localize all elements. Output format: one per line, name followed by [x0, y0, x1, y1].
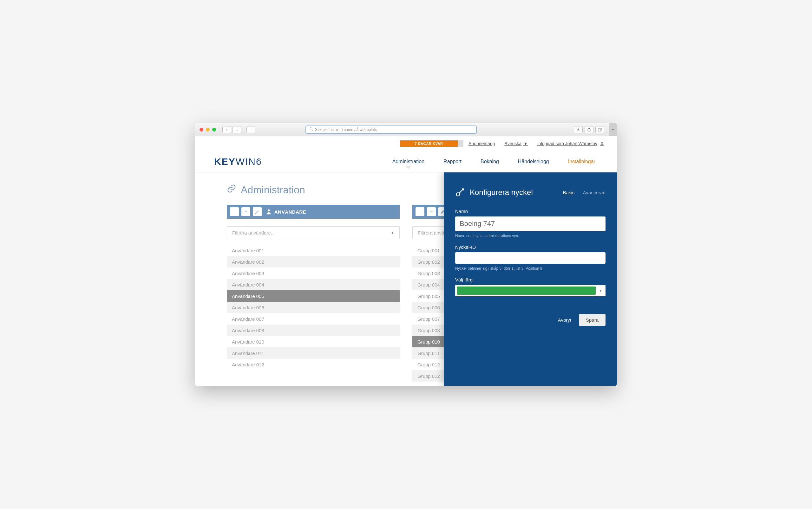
trial-bar: 7 DAGAR KVAR Abonnemang [400, 140, 495, 147]
chevron-down-icon: ▼ [391, 231, 394, 235]
content-area: Administration − ANVÄNDARE [195, 172, 617, 386]
users-heading: ANVÄNDARE [274, 209, 306, 214]
groups-remove-button[interactable]: − [427, 207, 436, 216]
list-item[interactable]: Användare 005 [227, 290, 400, 302]
chevron-down-icon: ▼ [523, 141, 528, 146]
sidebar-toggle-button[interactable] [246, 126, 255, 133]
nav-administration[interactable]: Administration [393, 159, 425, 165]
users-list: Användare 001Användare 002Användare 003A… [227, 245, 400, 370]
svg-point-2 [310, 128, 312, 130]
browser-nav-buttons: ‹ › [222, 126, 241, 133]
tab-basic[interactable]: Basic [563, 190, 575, 195]
current-user-link[interactable]: Inloggad som Johan Wärnelöv [537, 141, 605, 146]
minimize-window-icon[interactable] [206, 128, 210, 132]
user-label: Inloggad som Johan Wärnelöv [537, 141, 597, 146]
fullscreen-window-icon[interactable] [212, 128, 216, 132]
page-title-text: Administration [241, 184, 305, 196]
new-tab-button[interactable]: + [609, 123, 617, 136]
logo-rest: WIN6 [236, 156, 262, 167]
nav-installningar[interactable]: Inställningar [568, 159, 595, 165]
users-remove-button[interactable]: − [241, 207, 250, 216]
address-bar[interactable]: Sök eller skriv in namn på webbplats [306, 126, 477, 134]
save-button[interactable]: Spara [579, 314, 605, 326]
close-window-icon[interactable] [199, 128, 203, 132]
back-button[interactable]: ‹ [222, 126, 231, 133]
logo-bold: KEY [214, 156, 236, 167]
share-button[interactable] [585, 126, 593, 133]
list-item[interactable]: Användare 003 [227, 268, 400, 279]
name-hint: Namn som syns i administrations vyn. [455, 234, 605, 238]
svg-line-3 [312, 130, 313, 131]
subscription-link[interactable]: Abonnemang [468, 141, 495, 146]
panel-tabs: Basic Avancerad [563, 190, 605, 195]
svg-rect-5 [598, 129, 601, 131]
users-edit-button[interactable] [253, 207, 262, 216]
field-id: Nyckel-ID Nyckel befinner sig i skåp 5, … [455, 244, 605, 271]
users-add-button[interactable] [230, 207, 239, 216]
name-input[interactable] [455, 216, 605, 231]
color-label: Välj färg [455, 277, 605, 282]
list-item[interactable]: Användare 011 [227, 347, 400, 359]
chevron-down-icon: ▼ [599, 289, 602, 293]
color-picker[interactable]: ▼ [455, 285, 605, 296]
nav-rapport[interactable]: Rapport [443, 159, 462, 165]
users-filter-placeholder: Filtrera användare... [232, 230, 275, 236]
id-hint: Nyckel befinner sig i skåp 5, dörr 1, li… [455, 266, 605, 271]
account-strip: 7 DAGAR KVAR Abonnemang Svenska ▼ Inlogg… [195, 136, 617, 151]
list-item[interactable]: Användare 004 [227, 279, 400, 290]
list-item[interactable]: Användare 012 [227, 359, 400, 370]
groups-add-button[interactable] [415, 207, 425, 216]
id-label: Nyckel-ID [455, 244, 605, 250]
list-item[interactable]: Användare 002 [227, 256, 400, 268]
browser-titlebar: ‹ › Sök eller skriv in namn på webbplats… [195, 123, 617, 136]
search-icon [309, 127, 313, 132]
language-label: Svenska [504, 141, 522, 146]
tab-advanced[interactable]: Avancerad [583, 190, 605, 195]
list-item[interactable]: Användare 001 [227, 245, 400, 256]
key-icon [455, 188, 465, 197]
language-selector[interactable]: Svenska ▼ [504, 141, 528, 146]
list-item[interactable]: Användare 007 [227, 313, 400, 325]
trial-badge: 7 DAGAR KVAR [400, 140, 463, 147]
color-swatch [457, 286, 596, 295]
field-color: Välj färg ▼ [455, 277, 605, 296]
tabs-button[interactable] [595, 126, 604, 133]
panel-header: Konfigurera nyckel Basic Avancerad [455, 188, 605, 197]
list-item[interactable]: Användare 006 [227, 302, 400, 313]
users-column-header: − ANVÄNDARE [227, 205, 400, 219]
id-input[interactable] [455, 252, 605, 264]
nav-handelselogg[interactable]: Händelselogg [518, 159, 549, 165]
panel-actions: Avbryt Spara [455, 314, 605, 326]
brand-row: KEYWIN6 Administration Rapport Bokning H… [195, 151, 617, 172]
avatar-icon [599, 141, 605, 146]
panel-title: Konfigurera nyckel [470, 188, 558, 197]
logo: KEYWIN6 [214, 156, 262, 167]
nav-bokning[interactable]: Bokning [480, 159, 499, 165]
list-item[interactable]: Användare 010 [227, 336, 400, 347]
svg-rect-0 [249, 128, 253, 131]
address-placeholder: Sök eller skriv in namn på webbplats [315, 127, 377, 132]
window-controls [199, 128, 216, 132]
field-name: Namn Namn som syns i administrations vyn… [455, 208, 605, 238]
svg-point-7 [268, 209, 270, 212]
forward-button[interactable]: › [232, 126, 241, 133]
users-column: − ANVÄNDARE Filtrera användare... ▼ Anv [227, 205, 400, 382]
users-filter[interactable]: Filtrera användare... ▼ [227, 226, 400, 239]
titlebar-right [574, 126, 604, 133]
user-icon [266, 208, 272, 215]
browser-window: ‹ › Sök eller skriv in namn på webbplats… [195, 123, 617, 386]
name-label: Namn [455, 208, 605, 214]
svg-point-10 [457, 193, 460, 196]
configure-key-panel: Konfigurera nyckel Basic Avancerad Namn … [444, 172, 617, 386]
list-item[interactable]: Användare 008 [227, 325, 400, 336]
svg-point-6 [601, 142, 603, 143]
main-nav: Administration Rapport Bokning Händelsel… [393, 159, 595, 165]
link-icon [227, 184, 236, 196]
cancel-button[interactable]: Avbryt [558, 317, 571, 323]
downloads-button[interactable] [574, 126, 583, 133]
